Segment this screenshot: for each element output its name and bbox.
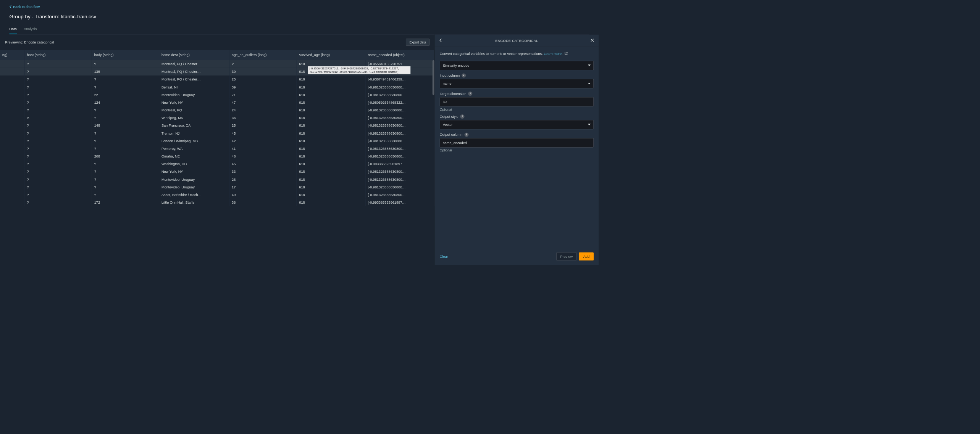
table-cell[interactable]: A bbox=[24, 114, 92, 121]
table-cell[interactable]: 618 bbox=[297, 160, 365, 167]
table-cell[interactable] bbox=[0, 145, 24, 152]
table-cell[interactable]: 49 bbox=[229, 191, 297, 198]
back-link[interactable]: Back to data flow bbox=[9, 5, 40, 8]
column-header-boat[interactable]: boat (string) bbox=[24, 50, 92, 60]
table-cell[interactable] bbox=[0, 122, 24, 129]
table-cell[interactable]: [-0.981323588630800… bbox=[365, 137, 434, 145]
table-cell[interactable]: ? bbox=[92, 106, 159, 114]
clear-link[interactable]: Clear bbox=[440, 254, 448, 258]
table-cell[interactable]: Trenton, NJ bbox=[159, 129, 229, 137]
table-cell[interactable]: ? bbox=[24, 122, 92, 129]
table-cell[interactable]: [-0.981323588630800… bbox=[365, 145, 434, 152]
column-header-age[interactable]: age_no_outliers (long) bbox=[229, 50, 297, 60]
table-cell[interactable]: [-0.980592534868322… bbox=[365, 98, 434, 106]
table-cell[interactable] bbox=[0, 76, 24, 83]
table-cell[interactable] bbox=[0, 198, 24, 206]
table-cell[interactable]: ? bbox=[24, 91, 92, 98]
table-cell[interactable]: ? bbox=[24, 60, 92, 68]
table-cell[interactable]: 24 bbox=[229, 106, 297, 114]
info-icon[interactable]: i bbox=[462, 73, 466, 77]
table-cell[interactable]: ? bbox=[24, 68, 92, 75]
table-cell[interactable]: 618 bbox=[297, 83, 365, 91]
table-row[interactable]: ??Washington, DC45618[-0.993365325961897… bbox=[0, 160, 434, 167]
table-cell[interactable]: ? bbox=[92, 160, 159, 167]
panel-close-button[interactable] bbox=[590, 38, 594, 43]
table-cell[interactable]: 48 bbox=[229, 152, 297, 160]
table-cell[interactable]: ? bbox=[24, 145, 92, 152]
table-cell[interactable]: 148 bbox=[92, 122, 159, 129]
table-row[interactable]: ?22Montevideo, Uruguay71618[-0.981323588… bbox=[0, 91, 434, 98]
table-cell[interactable]: ? bbox=[92, 175, 159, 183]
table-cell[interactable]: [-0.981323588630800… bbox=[365, 152, 434, 160]
table-cell[interactable]: San Francisco, CA bbox=[159, 122, 229, 129]
target-dimension-input[interactable] bbox=[443, 100, 591, 104]
table-cell[interactable]: 135 bbox=[92, 68, 159, 75]
table-row[interactable]: ??Montreal, PQ24618[-0.981323588630800… bbox=[0, 106, 434, 114]
column-header-survived[interactable]: survived_age (long) bbox=[297, 50, 365, 60]
table-cell[interactable]: 45 bbox=[229, 160, 297, 167]
table-cell[interactable]: ? bbox=[24, 76, 92, 83]
table-cell[interactable]: 124 bbox=[92, 98, 159, 106]
table-cell[interactable]: 30 bbox=[229, 68, 297, 75]
table-cell[interactable]: Washington, DC bbox=[159, 160, 229, 167]
table-cell[interactable] bbox=[0, 106, 24, 114]
table-cell[interactable]: 618 bbox=[297, 106, 365, 114]
table-cell[interactable]: 618 bbox=[297, 91, 365, 98]
info-icon[interactable]: i bbox=[460, 114, 465, 119]
table-cell[interactable]: 618 bbox=[297, 168, 365, 175]
info-icon[interactable]: i bbox=[468, 92, 472, 96]
table-cell[interactable]: [-0.981323588630800… bbox=[365, 175, 434, 183]
vertical-scrollbar[interactable] bbox=[433, 60, 434, 95]
table-cell[interactable]: [-0.993365325961897… bbox=[365, 160, 434, 167]
table-cell[interactable]: ? bbox=[24, 106, 92, 114]
table-cell[interactable] bbox=[0, 168, 24, 175]
table-row[interactable]: ??London / Winnipeg, MB42618[-0.98132358… bbox=[0, 137, 434, 145]
learn-more-link[interactable]: Learn more. bbox=[544, 51, 562, 55]
table-cell[interactable] bbox=[0, 60, 24, 68]
table-cell[interactable] bbox=[0, 160, 24, 167]
table-row[interactable]: ??Belfast, NI39618[-0.981323588630800… bbox=[0, 83, 434, 91]
add-button[interactable]: Add bbox=[579, 252, 594, 260]
table-cell[interactable] bbox=[0, 183, 24, 191]
table-cell[interactable]: 33 bbox=[229, 168, 297, 175]
table-cell[interactable]: Omaha, NE bbox=[159, 152, 229, 160]
table-cell[interactable]: Montreal, PQ / Chester… bbox=[159, 76, 229, 83]
output-column-input[interactable] bbox=[443, 141, 591, 145]
table-cell[interactable]: 618 bbox=[297, 175, 365, 183]
table-cell[interactable] bbox=[0, 129, 24, 137]
table-cell[interactable]: 618 bbox=[297, 137, 365, 145]
table-cell[interactable]: 618 bbox=[297, 191, 365, 198]
column-header-dest[interactable]: home.dest (string) bbox=[159, 50, 229, 60]
table-cell[interactable]: ? bbox=[92, 129, 159, 137]
panel-back-button[interactable] bbox=[439, 39, 442, 43]
output-style-select[interactable]: Vector bbox=[440, 120, 594, 129]
table-cell[interactable]: 47 bbox=[229, 98, 297, 106]
table-cell[interactable]: [-0.981323588630800… bbox=[365, 183, 434, 191]
table-cell[interactable]: ? bbox=[24, 160, 92, 167]
table-cell[interactable]: London / Winnipeg, MB bbox=[159, 137, 229, 145]
table-cell[interactable]: 36 bbox=[229, 114, 297, 121]
transform-select[interactable]: Similarity encode bbox=[440, 61, 594, 70]
table-cell[interactable]: ? bbox=[24, 198, 92, 206]
table-cell[interactable]: 45 bbox=[229, 129, 297, 137]
input-column-select[interactable]: name bbox=[440, 79, 594, 88]
table-cell[interactable] bbox=[0, 83, 24, 91]
table-cell[interactable]: ? bbox=[92, 114, 159, 121]
table-row[interactable]: ?208Omaha, NE48618[-0.981323588630800… bbox=[0, 152, 434, 160]
table-cell[interactable]: [-0.981323588630800… bbox=[365, 168, 434, 175]
preview-button[interactable]: Preview bbox=[556, 252, 576, 260]
table-cell[interactable]: [-0.981323588630800… bbox=[365, 106, 434, 114]
table-cell[interactable]: ? bbox=[24, 98, 92, 106]
table-cell[interactable]: 28 bbox=[229, 175, 297, 183]
table-cell[interactable] bbox=[0, 137, 24, 145]
table-cell[interactable]: 618 bbox=[297, 152, 365, 160]
table-cell[interactable]: 618 bbox=[297, 76, 365, 83]
table-cell[interactable]: ? bbox=[24, 137, 92, 145]
table-cell[interactable] bbox=[0, 152, 24, 160]
table-cell[interactable]: 2 bbox=[229, 60, 297, 68]
table-cell[interactable]: Little Onn Hall, Staffs bbox=[159, 198, 229, 206]
table-row[interactable]: ??Montreal, PQ / Chester…25618[-0.938749… bbox=[0, 76, 434, 83]
table-cell[interactable]: Montreal, PQ bbox=[159, 106, 229, 114]
table-cell[interactable]: New York, NY bbox=[159, 98, 229, 106]
export-data-button[interactable]: Export data bbox=[406, 39, 429, 45]
